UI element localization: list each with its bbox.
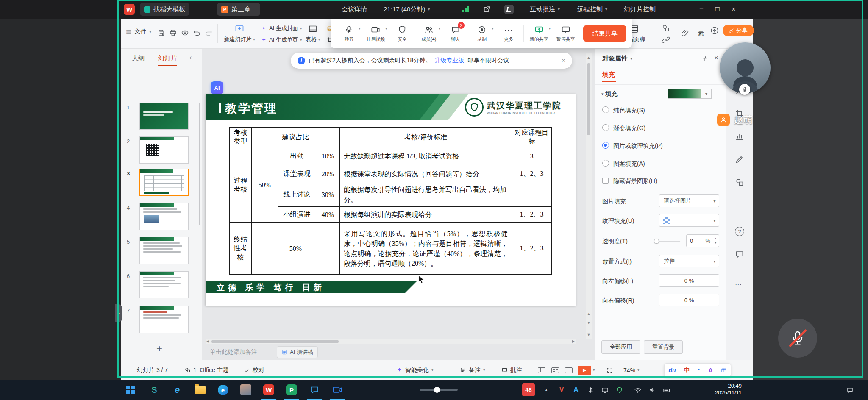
picture-fill-dropdown[interactable]: 请选择图片 ▾ <box>659 194 719 207</box>
feedback-comment-icon[interactable] <box>735 250 744 259</box>
record-button[interactable]: ▾ 录制 <box>469 21 495 46</box>
upgrade-link[interactable]: 升级专业版 <box>434 57 464 64</box>
radio-pattern-fill[interactable] <box>602 160 609 167</box>
slider-knob[interactable] <box>654 239 659 244</box>
radio-solid-fill[interactable] <box>602 106 609 113</box>
tab-template-store[interactable]: 找稻壳模板 <box>140 3 189 16</box>
tab-outline[interactable]: 大纲 <box>132 54 145 62</box>
slide-thumbnail-2[interactable]: 2 <box>121 136 202 164</box>
slide[interactable]: 教学管理 武汉华夏理工学院 WUHAN HUAXIA INSTITUTE OF … <box>206 94 576 306</box>
sorter-view-icon[interactable] <box>551 367 559 373</box>
close-notification-icon[interactable]: × <box>562 57 565 64</box>
usb-device-icon[interactable] <box>598 380 611 400</box>
slide-thumbnail-7[interactable]: 7 <box>121 306 202 334</box>
remote-control-button[interactable]: 远程控制▾ <box>577 0 607 19</box>
ime-letter[interactable]: A <box>708 367 712 374</box>
taskbar-app-wpp-active[interactable]: P <box>281 380 302 400</box>
slide-control-button[interactable]: 幻灯片控制 <box>624 0 656 19</box>
slide-thumbnail-5[interactable]: 5 <box>121 237 202 265</box>
add-slide-button[interactable]: + <box>156 343 162 355</box>
taskbar-app-explorer[interactable] <box>190 380 210 400</box>
close-panel-icon[interactable]: × <box>714 54 718 61</box>
slideshow-play-button[interactable]: ▶ <box>578 366 591 375</box>
transparency-slider[interactable] <box>655 241 680 242</box>
slide-thumbnail-6[interactable]: 6 <box>121 271 202 299</box>
meeting-timer[interactable]: 21:17 (40分钟) ▾ <box>384 0 430 19</box>
horizontal-scrollbar[interactable]: ◀ ▶ <box>206 339 576 344</box>
taskbar-app-seewo[interactable]: S <box>144 380 164 400</box>
fit-window-icon[interactable] <box>606 367 613 374</box>
slide-thumbnail-1[interactable]: 1 <box>121 103 202 131</box>
scroll-up-icon[interactable]: ▲ <box>586 56 592 60</box>
pin-panel-icon[interactable] <box>701 55 708 62</box>
attachment-icon[interactable] <box>681 29 690 37</box>
tab-presentation[interactable]: P 第三章... <box>217 3 260 16</box>
wps-ai-button[interactable]: AI <box>211 81 223 94</box>
chevron-down-icon[interactable]: ▾ <box>385 26 387 31</box>
taskbar-app-edge[interactable]: e <box>213 380 233 400</box>
taskbar-app-photos[interactable] <box>236 380 256 400</box>
more-button[interactable]: ··· 更多 <box>495 21 522 46</box>
open-external-icon[interactable] <box>483 6 491 13</box>
members-button[interactable]: ▾ 成员(4) <box>415 21 442 46</box>
scroll-left-icon[interactable]: ◀ <box>206 340 209 343</box>
reading-view-icon[interactable] <box>565 367 573 373</box>
notification-center-icon[interactable] <box>843 380 856 400</box>
participant-row[interactable]: 赵萌 <box>717 114 753 126</box>
end-share-button[interactable]: 结束共享 <box>583 25 626 42</box>
next-slide-icon[interactable]: ▾ <box>586 321 592 325</box>
chevron-down-icon[interactable]: ▾ <box>492 26 494 31</box>
hide-background-label[interactable]: 隐藏背景图形(H) <box>613 178 657 185</box>
preview-icon[interactable] <box>181 29 189 37</box>
tray-app-v-icon[interactable]: V <box>555 380 568 400</box>
scrollbar-thumb[interactable] <box>587 63 590 135</box>
checkbox-hide-background[interactable] <box>602 178 609 184</box>
shapes-tool-icon[interactable] <box>735 178 744 187</box>
start-video-button[interactable]: ▾ 开启视频 <box>362 21 389 46</box>
help-icon[interactable]: ? <box>735 227 744 236</box>
theme-button[interactable]: 1_Office 主题 <box>184 360 229 380</box>
previous-slide-icon[interactable]: ▴ <box>586 311 592 316</box>
zoom-control[interactable]: 74% ▾ <box>623 360 640 380</box>
assessment-table[interactable]: 考核类型 建议占比 考核/评价标准 对应课程目标 过程考核 50% 出勤 10%… <box>229 127 552 275</box>
step-down-icon[interactable]: ▾ <box>715 241 717 244</box>
design-pen-icon[interactable] <box>735 155 744 164</box>
smart-beautify-button[interactable]: 智能美化 ▾ <box>396 360 434 380</box>
ime-grid-icon[interactable] <box>721 367 727 373</box>
print-icon[interactable] <box>169 29 177 37</box>
gradient-fill-label[interactable]: 渐变填充(G) <box>613 125 645 132</box>
expand-panel-handle[interactable]: › <box>115 304 122 322</box>
ime-mode-chinese[interactable]: 中 <box>684 367 690 374</box>
notes-button[interactable]: 备注 ▾ <box>460 360 485 380</box>
show-desktop-divider[interactable] <box>865 382 865 397</box>
microphone-muted-button[interactable] <box>778 319 817 358</box>
offset-left-value[interactable]: 0 % <box>673 278 705 284</box>
material-button[interactable]: 素 <box>698 30 704 37</box>
scroll-right-icon[interactable]: ▶ <box>572 340 575 343</box>
picture-fill-label[interactable]: 图片或纹理填充(P) <box>613 142 663 150</box>
chevron-down-icon[interactable]: ▾ <box>359 26 361 31</box>
chat-button[interactable]: 2 聊天 <box>442 21 469 46</box>
align-grid-icon[interactable] <box>662 24 670 32</box>
security-tray-icon[interactable] <box>613 380 626 400</box>
taskbar-app-messenger[interactable] <box>304 380 325 400</box>
meeting-detail-button[interactable]: 会议详情 <box>342 0 367 19</box>
panel-title[interactable]: 对象属性 ▾ <box>602 55 632 63</box>
close-button[interactable]: × <box>726 0 742 19</box>
apply-all-button[interactable]: 全部应用 <box>601 340 640 354</box>
hidden-icons-chevron[interactable]: ▴ <box>541 380 552 400</box>
ai-page-button[interactable]: AI 生成单页▾ <box>261 35 302 45</box>
new-slide-button[interactable]: 新建幻灯片▾ <box>222 21 257 46</box>
wifi-icon[interactable] <box>632 380 644 400</box>
solid-fill-label[interactable]: 纯色填充(S) <box>613 107 645 114</box>
mute-button[interactable]: ▾ 静音 <box>336 21 362 46</box>
file-menu[interactable]: ☰ 文件 ▾ <box>126 28 151 36</box>
fill-preview-dropdown[interactable]: ▾ <box>701 89 712 99</box>
texture-fill-dropdown[interactable]: ▾ <box>659 214 719 227</box>
notes-placeholder[interactable]: 单击此处添加备注 <box>210 348 257 356</box>
clock[interactable]: 20:49 2025/11/11 <box>695 383 742 396</box>
slide-thumbnail-4[interactable]: 4 <box>121 203 202 231</box>
table-button[interactable]: 表格▾ <box>302 21 323 46</box>
scroll-down-icon[interactable]: ▼ <box>586 333 592 337</box>
step-up-icon[interactable]: ▴ <box>715 237 717 240</box>
